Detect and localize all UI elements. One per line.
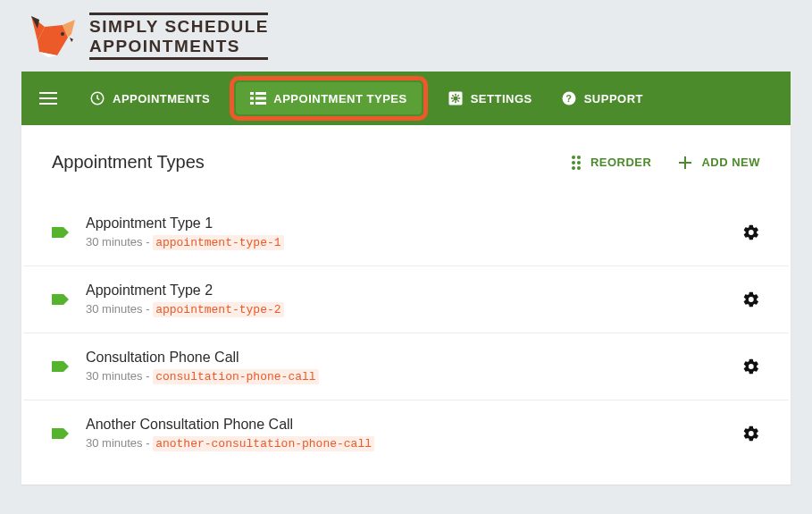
nav-appointment-types[interactable]: APPOINTMENT TYPES bbox=[236, 82, 421, 114]
top-nav: APPOINTMENTS APPOINTMENT TYPES SETTINGS bbox=[21, 72, 791, 125]
item-slug: appointment-type-2 bbox=[153, 302, 283, 317]
nav-appointments-label: APPOINTMENTS bbox=[113, 92, 210, 105]
reorder-button[interactable]: REORDER bbox=[571, 155, 652, 171]
svg-point-15 bbox=[572, 156, 575, 159]
nav-settings[interactable]: SETTINGS bbox=[433, 81, 547, 115]
drag-dots-icon bbox=[571, 155, 582, 171]
tag-icon bbox=[52, 225, 70, 240]
fox-logo-icon bbox=[27, 11, 80, 61]
svg-rect-6 bbox=[255, 92, 266, 95]
item-meta: 30 minutes - appointment-type-1 bbox=[86, 235, 726, 249]
logo-divider bbox=[89, 57, 268, 60]
add-new-label: ADD NEW bbox=[701, 156, 760, 169]
logo-line1: SIMPLY SCHEDULE bbox=[89, 18, 269, 35]
svg-rect-8 bbox=[255, 97, 266, 100]
svg-point-0 bbox=[61, 32, 64, 36]
item-title: Consultation Phone Call bbox=[86, 350, 726, 366]
nav-support[interactable]: ? SUPPORT bbox=[547, 81, 657, 115]
gear-icon bbox=[742, 223, 760, 241]
clock-icon bbox=[89, 90, 105, 106]
plus-icon bbox=[678, 156, 692, 170]
item-meta: 30 minutes - another-consultation-phone-… bbox=[86, 436, 726, 451]
menu-button[interactable] bbox=[30, 80, 66, 116]
tag-icon bbox=[52, 292, 70, 307]
svg-rect-9 bbox=[250, 102, 254, 105]
svg-point-17 bbox=[572, 161, 575, 164]
list-item[interactable]: Another Consultation Phone Call 30 minut… bbox=[23, 400, 789, 467]
logo-area: SIMPLY SCHEDULE APPOINTMENTS bbox=[0, 0, 812, 72]
svg-rect-7 bbox=[250, 97, 254, 100]
tag-icon bbox=[52, 359, 70, 374]
item-title: Appointment Type 2 bbox=[86, 282, 726, 299]
item-slug: consultation-phone-call bbox=[153, 369, 318, 384]
page-title: Appointment Types bbox=[52, 152, 205, 173]
main-panel: Appointment Types REORDER bbox=[21, 125, 791, 485]
logo-divider bbox=[89, 13, 268, 15]
svg-rect-3 bbox=[39, 103, 57, 105]
list-item[interactable]: Appointment Type 2 30 minutes - appointm… bbox=[23, 266, 789, 333]
list-item[interactable]: Consultation Phone Call 30 minutes - con… bbox=[23, 333, 789, 400]
settings-box-icon bbox=[448, 90, 464, 106]
svg-point-18 bbox=[577, 161, 581, 164]
svg-rect-1 bbox=[39, 92, 57, 94]
svg-rect-10 bbox=[255, 102, 266, 105]
logo-line2: APPOINTMENTS bbox=[89, 38, 269, 55]
panel-header: Appointment Types REORDER bbox=[23, 152, 789, 181]
gear-icon bbox=[742, 425, 760, 442]
item-meta: 30 minutes - consultation-phone-call bbox=[86, 369, 726, 383]
svg-point-12 bbox=[453, 96, 457, 100]
item-slug: appointment-type-1 bbox=[153, 235, 283, 250]
nav-appointments[interactable]: APPOINTMENTS bbox=[75, 81, 224, 115]
item-settings-button[interactable] bbox=[742, 425, 760, 442]
nav-settings-label: SETTINGS bbox=[471, 92, 532, 105]
list-icon bbox=[250, 91, 266, 105]
item-settings-button[interactable] bbox=[742, 223, 760, 241]
nav-support-label: SUPPORT bbox=[584, 92, 643, 105]
svg-rect-5 bbox=[250, 92, 254, 95]
svg-point-16 bbox=[577, 156, 581, 159]
appointment-types-list: Appointment Type 1 30 minutes - appointm… bbox=[23, 199, 789, 467]
list-item[interactable]: Appointment Type 1 30 minutes - appointm… bbox=[23, 199, 789, 266]
help-icon: ? bbox=[561, 90, 577, 106]
svg-point-19 bbox=[572, 166, 575, 170]
gear-icon bbox=[742, 358, 760, 375]
nav-appointment-types-label: APPOINTMENT TYPES bbox=[273, 92, 406, 105]
tag-icon bbox=[52, 426, 70, 441]
svg-text:?: ? bbox=[565, 93, 572, 104]
item-settings-button[interactable] bbox=[742, 291, 760, 308]
reorder-label: REORDER bbox=[590, 156, 652, 169]
item-title: Appointment Type 1 bbox=[86, 215, 726, 232]
gear-icon bbox=[742, 291, 760, 308]
active-tab-highlight: APPOINTMENT TYPES bbox=[230, 76, 427, 121]
svg-rect-2 bbox=[39, 97, 57, 99]
item-title: Another Consultation Phone Call bbox=[86, 417, 726, 433]
svg-point-20 bbox=[577, 166, 581, 170]
add-new-button[interactable]: ADD NEW bbox=[678, 155, 760, 171]
item-slug: another-consultation-phone-call bbox=[153, 436, 374, 451]
item-meta: 30 minutes - appointment-type-2 bbox=[86, 302, 726, 316]
item-settings-button[interactable] bbox=[742, 358, 760, 375]
